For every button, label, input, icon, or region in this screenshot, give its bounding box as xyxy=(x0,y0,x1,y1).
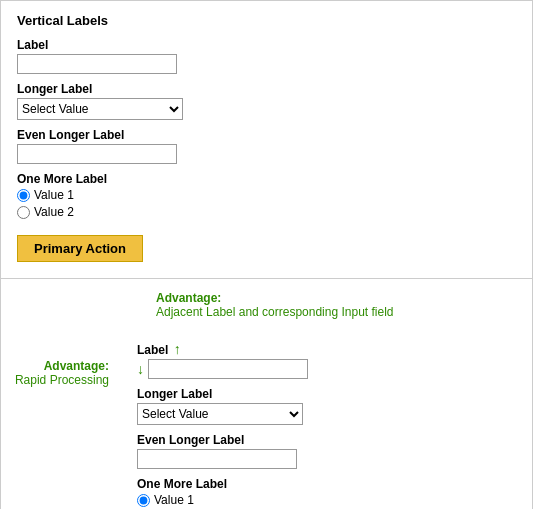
form-group-label3: Even Longer Label xyxy=(17,128,516,164)
advantage-left-annotation: Advantage: Rapid Processing xyxy=(9,359,109,387)
advantage-top-label: Advantage: xyxy=(156,291,221,305)
label1: Label xyxy=(17,38,516,52)
s2-input3[interactable] xyxy=(137,449,297,469)
s2-label4: One More Label xyxy=(137,477,516,491)
s2-radio-group: Value 1 Value 2 xyxy=(137,493,516,509)
form-group2-label3: Even Longer Label xyxy=(137,433,516,469)
form-group2-label2: Longer Label Select Value xyxy=(137,387,516,425)
s2-radio-item-1: Value 1 xyxy=(137,493,516,507)
label4: One More Label xyxy=(17,172,516,186)
form-group-label4: One More Label Value 1 Value 2 xyxy=(17,172,516,219)
s2-input1[interactable] xyxy=(148,359,308,379)
radio-item-1: Value 1 xyxy=(17,188,516,202)
advantage-left-text: Rapid Processing xyxy=(15,373,109,387)
primary-action-btn-1[interactable]: Primary Action xyxy=(17,235,143,262)
form-group2-label4: One More Label Value 1 Value 2 xyxy=(137,477,516,509)
label3: Even Longer Label xyxy=(17,128,516,142)
input1[interactable] xyxy=(17,54,177,74)
s2-radio1-input[interactable] xyxy=(137,494,150,507)
advantage-top-annotation: Advantage: Adjacent Label and correspond… xyxy=(156,291,394,319)
radio2-label: Value 2 xyxy=(34,205,74,219)
s2-radio1-label: Value 1 xyxy=(154,493,194,507)
down-arrow-icon: ↓ xyxy=(137,361,144,377)
section1: Vertical Labels Label Longer Label Selec… xyxy=(1,1,532,279)
input3[interactable] xyxy=(17,144,177,164)
select1[interactable]: Select Value xyxy=(17,98,183,120)
s2-label3: Even Longer Label xyxy=(137,433,516,447)
section2: Advantage: Adjacent Label and correspond… xyxy=(1,279,532,509)
radio1-input[interactable] xyxy=(17,189,30,202)
advantage-left-label: Advantage: xyxy=(44,359,109,373)
form-area-2: Label ↑ ↓ Longer Label Select Value Even… xyxy=(137,341,516,509)
s2-select1[interactable]: Select Value xyxy=(137,403,303,425)
radio1-label: Value 1 xyxy=(34,188,74,202)
section1-title: Vertical Labels xyxy=(17,13,516,28)
s2-label2: Longer Label xyxy=(137,387,516,401)
up-arrow-icon: ↑ xyxy=(174,341,181,357)
radio2-input[interactable] xyxy=(17,206,30,219)
advantage-top-text: Adjacent Label and corresponding Input f… xyxy=(156,305,394,319)
form-group-label1: Label xyxy=(17,38,516,74)
label2: Longer Label xyxy=(17,82,516,96)
form-group-label2: Longer Label Select Value xyxy=(17,82,516,120)
radio-item-2: Value 2 xyxy=(17,205,516,219)
s2-label1: Label ↑ xyxy=(137,341,516,357)
form-group2-label1: Label ↑ ↓ xyxy=(137,341,516,379)
radio-group1: Value 1 Value 2 xyxy=(17,188,516,219)
